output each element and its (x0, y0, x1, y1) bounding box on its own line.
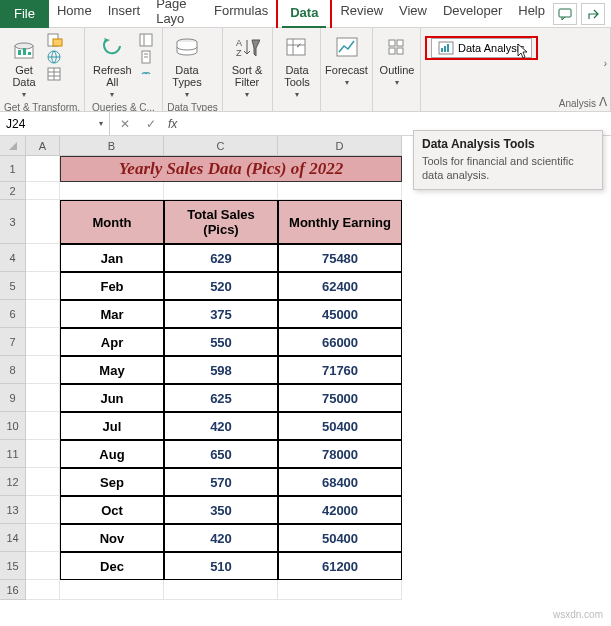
table-header[interactable]: Month (60, 200, 164, 244)
table-cell[interactable]: 520 (164, 272, 278, 300)
table-cell[interactable]: Jun (60, 384, 164, 412)
cell[interactable] (26, 356, 60, 384)
table-cell[interactable]: 75000 (278, 384, 402, 412)
table-cell[interactable]: Apr (60, 328, 164, 356)
table-cell[interactable]: 629 (164, 244, 278, 272)
tab-developer[interactable]: Developer (435, 0, 510, 26)
table-cell[interactable]: 71760 (278, 356, 402, 384)
cell[interactable] (60, 182, 164, 200)
row-header-13[interactable]: 13 (0, 496, 26, 524)
queries-icon[interactable] (138, 32, 156, 48)
from-table-icon[interactable] (46, 66, 64, 82)
cell[interactable] (26, 440, 60, 468)
table-cell[interactable]: May (60, 356, 164, 384)
from-web-icon[interactable] (46, 49, 64, 65)
row-header-12[interactable]: 12 (0, 468, 26, 496)
forecast-button[interactable]: Forecast ▾ (325, 32, 368, 89)
row-header-7[interactable]: 7 (0, 328, 26, 356)
data-analysis-button[interactable]: Data Analysis (431, 38, 532, 58)
col-header-A[interactable]: A (26, 136, 60, 156)
tab-review[interactable]: Review (332, 0, 391, 26)
cell[interactable] (60, 580, 164, 600)
row-header-2[interactable]: 2 (0, 182, 26, 200)
sort-filter-button[interactable]: AZ Sort & Filter ▾ (227, 32, 267, 101)
row-header-3[interactable]: 3 (0, 200, 26, 244)
cancel-formula-button[interactable]: ✕ (116, 117, 134, 131)
cell[interactable] (26, 156, 60, 182)
select-all-corner[interactable] (0, 136, 26, 156)
row-header-9[interactable]: 9 (0, 384, 26, 412)
tab-data[interactable]: Data (282, 0, 326, 28)
tab-insert[interactable]: Insert (100, 0, 149, 26)
table-cell[interactable]: Nov (60, 524, 164, 552)
cell[interactable] (26, 182, 60, 200)
tab-view[interactable]: View (391, 0, 435, 26)
table-cell[interactable]: 75480 (278, 244, 402, 272)
cell[interactable] (26, 244, 60, 272)
cell[interactable] (26, 200, 60, 244)
chevron-down-icon[interactable]: ▾ (99, 119, 103, 128)
cell[interactable] (278, 580, 402, 600)
cell[interactable] (26, 552, 60, 580)
row-header-4[interactable]: 4 (0, 244, 26, 272)
table-cell[interactable]: 68400 (278, 468, 402, 496)
data-types-button[interactable]: Data Types ▾ (167, 32, 207, 101)
cell[interactable] (26, 272, 60, 300)
cell[interactable] (26, 412, 60, 440)
table-title[interactable]: Yearly Sales Data (Pics) of 2022 (60, 156, 402, 182)
edit-links-icon[interactable] (138, 66, 156, 82)
row-header-6[interactable]: 6 (0, 300, 26, 328)
table-cell[interactable]: 50400 (278, 524, 402, 552)
table-cell[interactable]: 61200 (278, 552, 402, 580)
from-text-icon[interactable] (46, 32, 64, 48)
row-header-10[interactable]: 10 (0, 412, 26, 440)
table-cell[interactable]: Sep (60, 468, 164, 496)
table-cell[interactable]: 45000 (278, 300, 402, 328)
cell[interactable] (278, 182, 402, 200)
name-box[interactable]: J24 ▾ (0, 112, 110, 135)
tab-help[interactable]: Help (510, 0, 553, 26)
col-header-C[interactable]: C (164, 136, 278, 156)
table-cell[interactable]: 66000 (278, 328, 402, 356)
table-cell[interactable]: 510 (164, 552, 278, 580)
table-cell[interactable]: 50400 (278, 412, 402, 440)
table-cell[interactable]: 42000 (278, 496, 402, 524)
table-cell[interactable]: 598 (164, 356, 278, 384)
table-cell[interactable]: Feb (60, 272, 164, 300)
table-cell[interactable]: 62400 (278, 272, 402, 300)
table-cell[interactable]: Oct (60, 496, 164, 524)
file-tab[interactable]: File (0, 0, 49, 28)
table-cell[interactable]: 350 (164, 496, 278, 524)
table-cell[interactable]: Jul (60, 412, 164, 440)
cell[interactable] (26, 328, 60, 356)
tab-home[interactable]: Home (49, 0, 100, 26)
cell[interactable] (164, 580, 278, 600)
properties-icon[interactable] (138, 49, 156, 65)
comments-button[interactable] (553, 3, 577, 25)
row-header-15[interactable]: 15 (0, 552, 26, 580)
table-cell[interactable]: 420 (164, 524, 278, 552)
table-cell[interactable]: 625 (164, 384, 278, 412)
table-cell[interactable]: 420 (164, 412, 278, 440)
table-cell[interactable]: 650 (164, 440, 278, 468)
table-cell[interactable]: 570 (164, 468, 278, 496)
table-header[interactable]: Monthly Earning (278, 200, 402, 244)
col-header-D[interactable]: D (278, 136, 402, 156)
row-header-5[interactable]: 5 (0, 272, 26, 300)
row-header-11[interactable]: 11 (0, 440, 26, 468)
cell[interactable] (26, 524, 60, 552)
row-header-1[interactable]: 1 (0, 156, 26, 182)
tab-page-layout[interactable]: Page Layo (148, 0, 206, 26)
row-header-8[interactable]: 8 (0, 356, 26, 384)
fx-button[interactable]: fx (168, 117, 177, 131)
table-cell[interactable]: 375 (164, 300, 278, 328)
cell[interactable] (164, 182, 278, 200)
ribbon-collapse-button[interactable]: ᐱ (599, 95, 607, 109)
table-cell[interactable]: Mar (60, 300, 164, 328)
get-data-button[interactable]: Get Data ▾ (4, 32, 44, 101)
row-header-16[interactable]: 16 (0, 580, 26, 600)
table-cell[interactable]: Jan (60, 244, 164, 272)
share-button[interactable] (581, 3, 605, 25)
col-header-B[interactable]: B (60, 136, 164, 156)
cell[interactable] (26, 300, 60, 328)
